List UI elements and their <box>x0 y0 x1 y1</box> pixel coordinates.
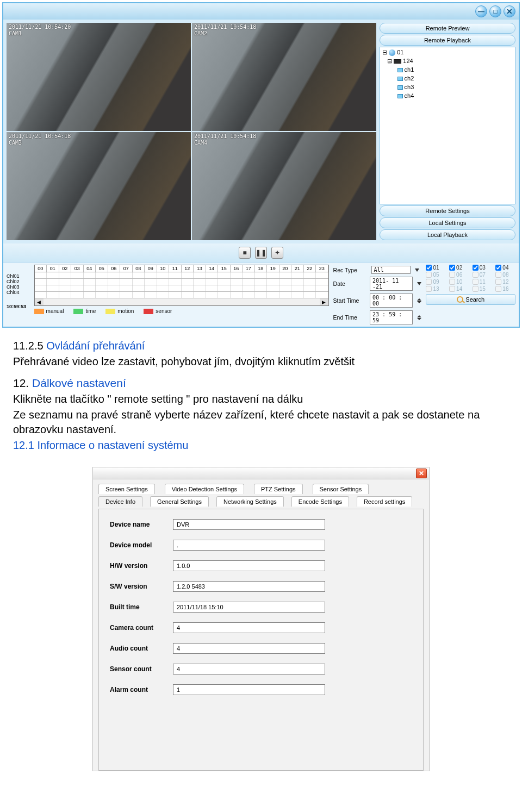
field-h-w-version: H/W version1.0.0 <box>110 560 412 571</box>
rec-type-select[interactable]: All <box>371 266 411 274</box>
monitor-icon <box>397 68 403 72</box>
close-button[interactable]: ✕ <box>504 5 515 17</box>
playback-controls: ■ ❚❚ ✦ <box>3 243 519 262</box>
field-camera-count: Camera count4 <box>110 622 412 633</box>
channel-labels: Chl01 Chl02 Chl03 Chl04 10:59:53 <box>7 265 30 324</box>
device-info-panel: Device nameDVRDevice model.H/W version1.… <box>98 509 424 771</box>
legend: manualtimemotionsensor <box>34 308 329 314</box>
tab-ptz-settings[interactable]: PTZ Settings <box>254 484 303 494</box>
channel-checkbox-10: 10 <box>449 279 469 285</box>
field-value: 4 <box>173 643 325 654</box>
cam-tile-1[interactable]: 2011/11/21 10:54:20CAM1 <box>7 23 191 131</box>
cam-overlay-1: 2011/11/21 10:54:20CAM1 <box>9 24 71 36</box>
channel-checkbox-09: 09 <box>426 279 446 285</box>
video-grid: 2011/11/21 10:54:20CAM1 2011/11/21 10:54… <box>7 23 376 240</box>
remote-playback-button[interactable]: Remote Playback <box>380 35 515 46</box>
timeline-scrollbar[interactable]: ◀ ▶ <box>34 298 329 306</box>
scroll-left-icon[interactable]: ◀ <box>35 298 44 305</box>
maximize-button[interactable]: □ <box>489 5 501 17</box>
pause-button[interactable]: ❚❚ <box>255 247 267 259</box>
start-time-input[interactable]: 00 : 00 : 00 <box>370 293 413 308</box>
field-device-model: Device model. <box>110 540 412 551</box>
tab-sensor-settings[interactable]: Sensor Settings <box>313 484 369 494</box>
field-device-name: Device nameDVR <box>110 519 412 530</box>
date-select[interactable]: 2011- 11 -21 <box>370 277 413 291</box>
field-built-time: Built time2011/11/18 15:10 <box>110 602 412 613</box>
dropdown-icon[interactable] <box>417 282 421 285</box>
field-value: 1 <box>173 684 325 695</box>
search-button[interactable]: Search <box>426 294 515 305</box>
tab-general-settings[interactable]: General Settings <box>150 496 209 507</box>
channel-checkbox-01[interactable]: 01 <box>426 265 446 271</box>
monitor-icon <box>397 77 403 81</box>
stop-button[interactable]: ■ <box>239 247 251 259</box>
clock-display: 10:59:53 <box>7 304 30 309</box>
field-sensor-count: Sensor count4 <box>110 664 412 674</box>
side-panel: Remote Preview Remote Playback ⊟ 01 ⊟ 12… <box>380 23 515 240</box>
field-value: 2011/11/18 15:10 <box>173 602 325 613</box>
tab-record-settings[interactable]: Record settings <box>357 496 412 507</box>
channel-checkbox-04[interactable]: 04 <box>495 265 515 271</box>
tab-device-info[interactable]: Device Info <box>98 496 142 507</box>
capture-button[interactable]: ✦ <box>271 247 283 259</box>
tab-video-detection-settings[interactable]: Video Detection Settings <box>165 484 244 494</box>
local-settings-button[interactable]: Local Settings <box>380 217 515 228</box>
channel-checkbox-11: 11 <box>473 279 493 285</box>
dvr-icon <box>394 59 401 64</box>
cam-overlay-2: 2011/11/21 10:54:18CAM2 <box>194 24 256 36</box>
end-time-input[interactable]: 23 : 59 : 59 <box>370 310 413 324</box>
tab-encode-settings[interactable]: Encode Settings <box>291 496 349 507</box>
tab-screen-settings[interactable]: Screen Settings <box>98 484 155 494</box>
minimize-button[interactable]: — <box>475 5 487 17</box>
remote-settings-button[interactable]: Remote Settings <box>380 205 515 216</box>
channel-checkbox-14: 14 <box>449 286 469 292</box>
globe-icon <box>389 49 395 56</box>
channel-select: 01 02 03 04 05 06 07 08 09 10 11 12 13 1… <box>426 265 515 324</box>
channel-checkbox-16: 16 <box>495 286 515 292</box>
field-value: 1.2.0 5483 <box>173 581 325 592</box>
close-icon[interactable]: ✕ <box>416 469 427 478</box>
channel-checkbox-06: 06 <box>449 272 469 278</box>
field-audio-count: Audio count4 <box>110 643 412 654</box>
channel-checkbox-03[interactable]: 03 <box>473 265 493 271</box>
dialog-titlebar: ✕ <box>93 467 429 479</box>
tab-networking-settings[interactable]: Networking Settings <box>216 496 284 507</box>
field-s-w-version: S/W version1.2.0 5483 <box>110 581 412 592</box>
channel-checkbox-13: 13 <box>426 286 446 292</box>
search-params: Rec TypeAll Date2011- 11 -21 Start Time0… <box>333 265 422 324</box>
channel-checkbox-07: 07 <box>473 272 493 278</box>
cam-tile-3[interactable]: 2011/11/21 10:54:18CAM3 <box>7 132 191 240</box>
cam-overlay-3: 2011/11/21 10:54:18CAM3 <box>9 133 71 146</box>
field-value: 4 <box>173 622 325 633</box>
channel-checkbox-12: 12 <box>495 279 515 285</box>
channel-checkbox-05: 05 <box>426 272 446 278</box>
device-tree[interactable]: ⊟ 01 ⊟ 124 ch1 ch2 ch3 ch4 <box>380 47 515 204</box>
cam-tile-4[interactable]: 2011/11/21 10:54:18CAM4 <box>192 132 376 240</box>
monitor-icon <box>397 85 403 90</box>
field-alarm-count: Alarm count1 <box>110 684 412 695</box>
channel-checkbox-02[interactable]: 02 <box>449 265 469 271</box>
channel-checkbox-08: 08 <box>495 272 515 278</box>
cam-overlay-4: 2011/11/21 10:54:18CAM4 <box>194 133 256 146</box>
dropdown-icon[interactable] <box>415 268 419 272</box>
field-value: 1.0.0 <box>173 560 325 571</box>
spinner-icon[interactable] <box>417 315 421 320</box>
cam-tile-2[interactable]: 2011/11/21 10:54:18CAM2 <box>192 23 376 131</box>
field-value: 4 <box>173 664 325 674</box>
channel-checkbox-15: 15 <box>473 286 493 292</box>
field-value: DVR <box>173 519 325 530</box>
spinner-icon[interactable] <box>417 298 421 303</box>
remote-preview-button[interactable]: Remote Preview <box>380 23 515 34</box>
titlebar: — □ ✕ <box>3 3 519 20</box>
timeline[interactable]: 0001020304050607080910111213141516171819… <box>34 265 329 324</box>
document-text: 11.2.5 Ovládání přehrávání Přehrávané vi… <box>0 330 522 464</box>
monitor-icon <box>397 94 403 98</box>
scroll-right-icon[interactable]: ▶ <box>320 298 328 305</box>
field-value: . <box>173 540 325 551</box>
remote-client-window: — □ ✕ 2011/11/21 10:54:20CAM1 2011/11/21… <box>2 2 520 328</box>
settings-dialog: ✕ Screen SettingsVideo Detection Setting… <box>92 467 430 771</box>
local-playback-button[interactable]: Local Playback <box>380 229 515 240</box>
search-icon <box>457 296 463 303</box>
